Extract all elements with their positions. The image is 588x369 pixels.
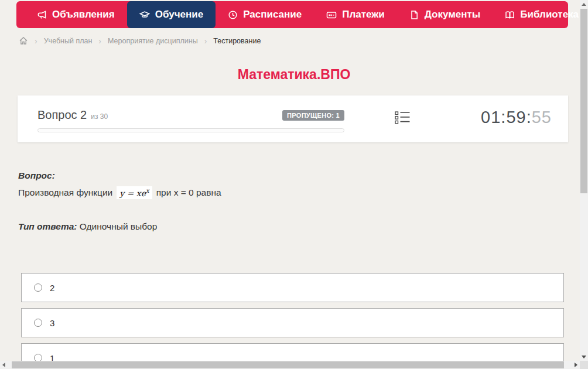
vertical-scrollbar[interactable] [580, 0, 588, 361]
nav-item-label: Документы [425, 9, 481, 20]
nav-item-announcements[interactable]: Объявления [25, 1, 127, 28]
scroll-left-arrow-icon[interactable] [2, 363, 5, 367]
home-icon[interactable] [19, 36, 28, 45]
breadcrumb-separator: › [35, 37, 37, 45]
timer-main: 01:59: [481, 108, 532, 127]
formula-exponent: x [146, 187, 149, 194]
nav-item-label: Библиотека [520, 9, 579, 20]
nav-item-documents[interactable]: Документы [397, 1, 493, 28]
scroll-down-arrow-icon[interactable] [582, 356, 586, 358]
answer-option[interactable]: 3 [21, 308, 564, 337]
formula-image: y = xex [117, 186, 152, 199]
answer-type-label: Тип ответа: [18, 221, 77, 231]
nav-item-label: Расписание [243, 9, 302, 20]
option-label: 3 [50, 318, 54, 328]
nav-item-label: Обучение [155, 9, 203, 20]
radio-button[interactable] [34, 319, 42, 327]
question-text-before: Производная функции [18, 187, 112, 198]
progress-bar [37, 128, 344, 132]
question-total: из 30 [91, 112, 108, 121]
main-navbar: Объявления Обучение Расписание [16, 1, 568, 28]
answer-type-row: Тип ответа: Одиночный выбор [18, 221, 157, 232]
question-header-card: Вопрос 2 из 30 ПРОПУЩЕНО: 1 01:59:55 [18, 95, 568, 142]
answer-option[interactable]: 2 [21, 273, 564, 302]
clock-icon [228, 10, 238, 20]
scroll-right-arrow-icon[interactable] [575, 363, 577, 367]
option-label: 2 [50, 283, 54, 293]
nav-item-learning[interactable]: Обучение [127, 1, 216, 28]
breadcrumb: › Учебный план › Мероприятие дисциплины … [19, 36, 261, 45]
radio-button[interactable] [34, 283, 42, 292]
question-list-button[interactable] [395, 111, 411, 127]
skipped-badge: ПРОПУЩЕНО: 1 [282, 110, 344, 121]
question-list-icon [395, 116, 411, 126]
horizontal-scrollbar-thumb[interactable] [12, 361, 564, 368]
breadcrumb-separator: › [204, 37, 207, 45]
nav-item-label: Объявления [52, 9, 115, 20]
breadcrumb-curriculum[interactable]: Учебный план [44, 37, 93, 45]
nav-item-library[interactable]: Библиотека [493, 1, 588, 28]
page-title: Математика.ВПО [0, 67, 588, 83]
megaphone-icon [37, 10, 47, 20]
nav-item-label: Платежи [342, 9, 385, 20]
breadcrumb-discipline-event[interactable]: Мероприятие дисциплины [108, 37, 198, 45]
timer: 01:59:55 [481, 108, 552, 127]
breadcrumb-separator: › [98, 37, 101, 45]
timer-seconds: 55 [532, 108, 552, 127]
horizontal-scrollbar[interactable] [0, 361, 580, 369]
vertical-scrollbar-thumb[interactable] [580, 9, 587, 193]
question-progress-block: Вопрос 2 из 30 ПРОПУЩЕНО: 1 [37, 108, 344, 132]
breadcrumb-testing: Тестирование [213, 37, 261, 45]
question-text-after: при x = 0 равна [156, 187, 221, 198]
formula-base: y = xe [119, 189, 146, 198]
scrollbar-corner [580, 361, 588, 369]
nav-item-payments[interactable]: Платежи [314, 1, 397, 28]
question-number: Вопрос 2 [37, 108, 87, 122]
answer-type-value: Одиночный выбор [80, 221, 158, 231]
credit-card-icon [326, 10, 337, 20]
answer-options: 2 3 1 [21, 273, 564, 369]
scroll-up-arrow-icon[interactable] [582, 3, 586, 6]
graduation-cap-icon [139, 10, 150, 20]
document-icon [409, 10, 419, 20]
book-icon [505, 10, 515, 20]
question-heading: Вопрос: [18, 170, 551, 181]
question-body: Вопрос: Производная функции y = xex при … [18, 170, 551, 199]
nav-item-schedule[interactable]: Расписание [216, 1, 314, 28]
